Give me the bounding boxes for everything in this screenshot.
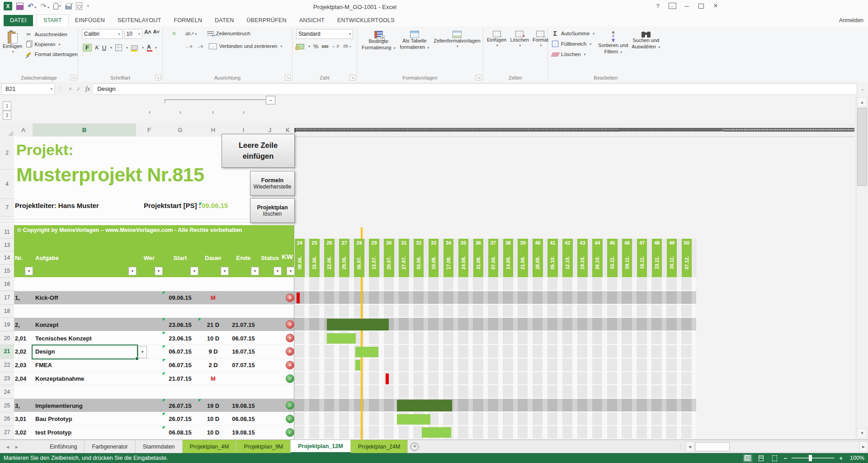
fill-button[interactable]: ↓Füllbereich▾ (552, 39, 594, 48)
row-header-2[interactable]: 2 (0, 137, 14, 170)
cell-nr[interactable]: 2,02 (15, 345, 33, 359)
cell-ende[interactable]: 19.08.15 (228, 426, 259, 439)
align-center-button[interactable] (173, 45, 175, 47)
cell-dauer[interactable]: 10 D (198, 426, 228, 439)
cell-start[interactable]: 06.07.15 (162, 359, 198, 372)
ribbon-tab-datei[interactable]: DATEI (4, 15, 33, 26)
quick-print-icon[interactable] (65, 5, 72, 9)
scroll-down-icon[interactable]: ▼ (857, 428, 867, 438)
cell-start[interactable]: 21.07.15 (162, 372, 198, 386)
cell-nr[interactable]: 1, (15, 291, 33, 305)
close-button[interactable]: × (710, 1, 721, 10)
cell-dauer[interactable]: 10 D (198, 412, 228, 426)
filter-dropdown-button[interactable]: ▼ (25, 267, 33, 275)
cell-ende[interactable]: 21.07.15 (228, 318, 259, 331)
filter-dropdown-button[interactable]: ▼ (251, 267, 259, 275)
cell-start[interactable]: 06.07.15 (162, 345, 198, 359)
cell-dauer[interactable]: 10 D (198, 331, 228, 345)
status-done-icon[interactable]: ✓ (286, 428, 294, 437)
column-header-F[interactable]: F (136, 123, 163, 137)
task-row-24[interactable] (14, 385, 294, 399)
sheet-tab-farbgenerator[interactable]: Farbgenerator (85, 440, 135, 454)
status-late-icon[interactable]: × (286, 361, 294, 369)
outline-level-1-button[interactable]: 1 (3, 101, 11, 110)
zoom-slider[interactable] (792, 458, 835, 458)
formula-input[interactable]: Design (94, 83, 857, 95)
underline-button[interactable]: U (102, 44, 106, 51)
filter-dropdown-button[interactable]: ▼ (128, 267, 137, 275)
qat-customize-button[interactable]: ▾ (87, 4, 89, 8)
sheet-tab-projektplan_12m[interactable]: Projektplan_12M (291, 440, 350, 454)
zoom-in-button[interactable]: + (839, 455, 843, 462)
font-size-combobox[interactable]: 10▾ (124, 29, 142, 39)
cell-nr[interactable]: 3, (15, 399, 33, 412)
paste-button[interactable]: Einfügen▾ (3, 28, 22, 59)
name-box[interactable]: B21▾ (1, 83, 55, 95)
zoom-slider-thumb[interactable] (809, 455, 812, 461)
cell-dauer[interactable]: 2 D (198, 359, 228, 372)
row-header-16[interactable]: 16 (0, 278, 14, 291)
row-header-14[interactable]: 14 (0, 251, 14, 265)
cell-nr[interactable]: 2,03 (15, 359, 33, 372)
cell-nr[interactable]: 2,04 (15, 372, 33, 386)
row-header-26[interactable]: 26 (0, 412, 14, 426)
cell-dropdown-button[interactable]: ▼ (138, 346, 147, 358)
cell-aufgabe[interactable]: Tecnisches Konzept (35, 331, 132, 345)
cell-nr[interactable]: 2, (15, 318, 33, 331)
shrink-font-button[interactable]: A˅ (153, 29, 160, 39)
ribbon-tab-start[interactable]: START (37, 14, 69, 26)
outline-collapse-button[interactable]: − (266, 96, 275, 104)
sheet-nav-right-icon[interactable]: ► (14, 444, 19, 449)
font-name-combobox[interactable]: Calibri▾ (82, 29, 123, 39)
cell-aufgabe[interactable]: FMEA (35, 359, 132, 372)
clear-button[interactable]: Löschen▾ (552, 50, 594, 59)
autosum-button[interactable]: ΣAutoSumme▾ (552, 29, 594, 38)
outline-level-2-button[interactable]: 2 (3, 111, 11, 120)
accounting-format-icon[interactable] (296, 44, 304, 49)
cell-dauer[interactable]: M (198, 372, 228, 386)
cell-start[interactable]: 06.08.15 (162, 426, 198, 439)
find-select-button[interactable]: Suchen undAuswählen ▾ (632, 28, 660, 59)
column-header-B[interactable]: B (33, 123, 137, 137)
merge-center-button[interactable]: ↔Verbinden und zentrieren▾ (209, 42, 283, 51)
sheet-nav-left-icon[interactable]: ◄ (5, 444, 10, 449)
save-icon[interactable] (16, 3, 24, 10)
cell-styles-button[interactable]: Zellenformatvorlagen▾ (434, 28, 480, 51)
row-header-19[interactable]: 19 (0, 318, 14, 331)
clear-plan-button[interactable]: Projektplan löschen (250, 198, 295, 223)
cell-start[interactable]: 23.06.15 (162, 318, 198, 331)
italic-button[interactable]: K (95, 44, 99, 51)
row-header-11[interactable]: 11 (0, 225, 14, 239)
row-header-20[interactable]: 20 (0, 331, 14, 345)
ribbon-tab-ansicht[interactable]: ANSICHT (293, 15, 331, 26)
status-late-icon[interactable]: × (286, 293, 294, 302)
ribbon-display-options-button[interactable]: ︿ (667, 1, 678, 10)
decrease-indent-button[interactable]: ←≡ (185, 44, 193, 49)
sheet-tab-einführung[interactable]: Einführung (42, 440, 85, 454)
borders-icon[interactable] (115, 44, 122, 51)
format-cells-button[interactable]: ↔ Format▾ (533, 28, 548, 48)
zoom-out-button[interactable]: − (784, 455, 788, 462)
row-header-24[interactable]: 24 (0, 385, 14, 399)
scroll-left-icon[interactable]: ◄ (685, 441, 694, 452)
cell-dauer[interactable]: 21 D (198, 318, 228, 331)
align-left-button[interactable] (166, 45, 169, 47)
help-button[interactable]: ? (652, 1, 663, 10)
normal-view-button[interactable] (743, 454, 752, 462)
ribbon-tab-entwicklertools[interactable]: ENTWICKLERTOOLS (331, 15, 401, 26)
column-header-A[interactable]: A (14, 123, 33, 137)
cell-dauer[interactable]: 9 D (198, 345, 228, 359)
number-format-combobox[interactable]: Standard▾ (296, 29, 353, 39)
decrease-decimal-button[interactable]: .00→ (342, 44, 352, 48)
cell-aufgabe[interactable]: Konzept (35, 318, 132, 331)
orientation-button[interactable]: ab↗▾ (185, 31, 197, 36)
sign-in-link[interactable]: Anmelden (839, 17, 863, 24)
vertical-scrollbar[interactable]: ▲ ▼ (856, 96, 867, 439)
alignment-dialog-launcher-icon[interactable]: ↘ (285, 75, 291, 80)
grow-font-button[interactable]: A˄ (144, 29, 151, 39)
cell-ende[interactable]: 07.07.15 (228, 359, 259, 372)
page-layout-view-button[interactable] (757, 454, 766, 462)
font-dialog-launcher-icon[interactable]: ↘ (155, 75, 161, 80)
redo-button[interactable]: ↷▾ (40, 2, 49, 10)
clipboard-dialog-launcher-icon[interactable]: ↘ (71, 75, 76, 80)
